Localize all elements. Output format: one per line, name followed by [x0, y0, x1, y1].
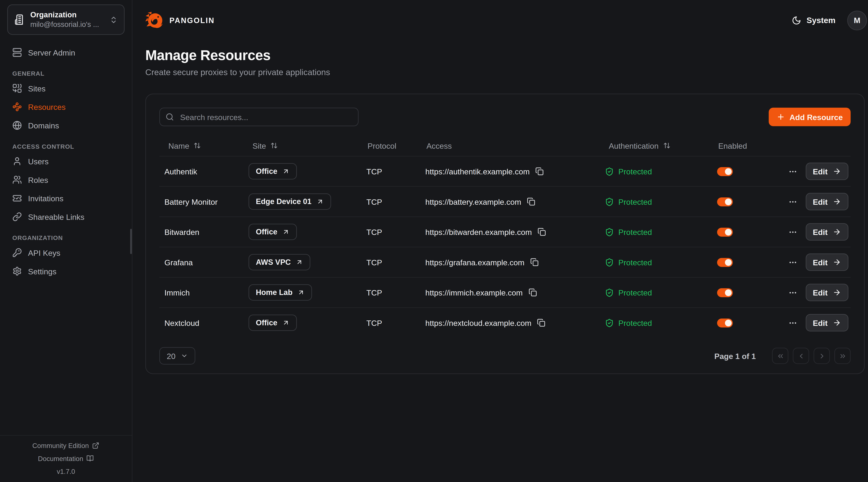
- sidebar-footer: Community Edition Documentation v1.7.0: [0, 435, 132, 482]
- site-link[interactable]: Office: [249, 315, 297, 331]
- sidebar-item-sites[interactable]: Sites: [7, 81, 125, 96]
- avatar[interactable]: M: [847, 10, 867, 30]
- auth-status: Protected: [600, 258, 712, 267]
- documentation-link[interactable]: Documentation: [38, 455, 94, 462]
- sidebar-item-roles[interactable]: Roles: [7, 172, 125, 187]
- site-link[interactable]: Home Lab: [249, 284, 312, 301]
- row-menu-button[interactable]: [788, 197, 797, 206]
- arrow-up-right-icon: [282, 168, 290, 175]
- resource-url: https://grafana.example.com: [425, 258, 524, 267]
- table-row: Immich Home Lab TCP https://immich.e: [159, 277, 850, 308]
- column-header-authentication[interactable]: Authentication: [600, 141, 712, 150]
- resources-table: Name Site Protocol Access Auth: [159, 135, 850, 338]
- arrow-up-right-icon: [282, 319, 290, 326]
- edit-button[interactable]: Edit: [806, 254, 848, 271]
- arrow-right-icon: [833, 288, 841, 296]
- chevron-down-icon: [181, 352, 188, 359]
- gear-icon: [12, 266, 22, 276]
- sidebar-item-shareable-links[interactable]: Shareable Links: [7, 209, 125, 224]
- sidebar-scrollbar-thumb[interactable]: [130, 229, 132, 254]
- section-label-access-control: ACCESS CONTROL: [7, 143, 125, 150]
- sidebar-item-settings[interactable]: Settings: [7, 263, 125, 279]
- copy-url-button[interactable]: [537, 319, 546, 327]
- theme-toggle-button[interactable]: System: [792, 15, 836, 25]
- enabled-toggle[interactable]: [717, 258, 733, 267]
- waypoints-icon: [12, 102, 22, 111]
- next-page-button[interactable]: [814, 348, 830, 364]
- org-selector[interactable]: Organization milo@fossorial.io's ...: [7, 4, 125, 35]
- column-header-name[interactable]: Name: [159, 141, 244, 150]
- resource-protocol: TCP: [361, 288, 420, 297]
- row-menu-button[interactable]: [788, 227, 797, 236]
- row-menu-button[interactable]: [788, 318, 797, 327]
- edit-button[interactable]: Edit: [806, 163, 848, 180]
- sidebar-item-resources[interactable]: Resources: [7, 99, 125, 114]
- enabled-toggle[interactable]: [717, 197, 733, 206]
- site-link[interactable]: AWS VPC: [249, 254, 310, 270]
- column-header-access: Access: [420, 141, 600, 150]
- chevrons-left-icon: [776, 352, 784, 360]
- edit-button[interactable]: Edit: [806, 223, 848, 240]
- resource-name: Battery Monitor: [159, 197, 244, 206]
- enabled-toggle[interactable]: [717, 288, 733, 297]
- building-icon: [14, 14, 25, 25]
- combine-icon: [12, 84, 22, 93]
- enabled-toggle[interactable]: [717, 318, 733, 327]
- resource-protocol: TCP: [361, 227, 420, 236]
- copy-url-button[interactable]: [528, 288, 536, 296]
- row-menu-button[interactable]: [788, 258, 797, 267]
- sidebar-item-invitations[interactable]: Invitations: [7, 191, 125, 206]
- table-row: Battery Monitor Edge Device 01 TCP h: [159, 186, 850, 217]
- page-size-select[interactable]: 20: [159, 347, 195, 364]
- auth-status: Protected: [600, 167, 712, 176]
- previous-page-button[interactable]: [793, 348, 809, 364]
- sidebar-item-label: Roles: [28, 175, 48, 184]
- site-link[interactable]: Edge Device 01: [249, 193, 331, 210]
- edit-button[interactable]: Edit: [806, 314, 848, 331]
- auth-status-label: Protected: [618, 227, 652, 236]
- topbar: PANGOLIN System M: [132, 0, 868, 40]
- site-link[interactable]: Office: [249, 224, 297, 240]
- arrow-right-icon: [833, 258, 841, 266]
- enabled-toggle[interactable]: [717, 167, 733, 176]
- site-link[interactable]: Office: [249, 163, 297, 180]
- shield-check-icon: [605, 318, 614, 327]
- resource-url: https://nextcloud.example.com: [425, 318, 531, 327]
- sort-icon: [663, 142, 671, 149]
- sidebar-item-domains[interactable]: Domains: [7, 118, 125, 133]
- edit-button[interactable]: Edit: [806, 193, 848, 210]
- enabled-toggle[interactable]: [717, 227, 733, 236]
- sidebar-item-server-admin[interactable]: Server Admin: [7, 45, 125, 60]
- copy-url-button[interactable]: [535, 167, 544, 175]
- shield-check-icon: [605, 167, 614, 176]
- community-edition-link[interactable]: Community Edition: [32, 442, 99, 449]
- sidebar-item-users[interactable]: Users: [7, 154, 125, 169]
- edit-button[interactable]: Edit: [806, 284, 848, 301]
- globe-icon: [12, 121, 22, 130]
- arrow-up-right-icon: [316, 198, 324, 205]
- chevrons-right-icon: [838, 352, 846, 360]
- copy-url-button[interactable]: [537, 228, 546, 236]
- resource-name: Nextcloud: [159, 318, 244, 327]
- sidebar-item-label: Invitations: [28, 194, 64, 203]
- last-page-button[interactable]: [834, 348, 850, 364]
- first-page-button[interactable]: [772, 348, 788, 364]
- page-title: Manage Resources: [145, 47, 867, 63]
- search-input[interactable]: [179, 112, 352, 122]
- copy-url-button[interactable]: [527, 197, 535, 206]
- table-footer: 20 Page 1 of 1: [159, 347, 850, 364]
- row-menu-button[interactable]: [788, 167, 797, 176]
- table-row: Nextcloud Office TCP https://nextclo: [159, 307, 850, 338]
- column-header-site[interactable]: Site: [244, 141, 362, 150]
- resource-protocol: TCP: [361, 197, 420, 206]
- sidebar-item-api-keys[interactable]: API Keys: [7, 245, 125, 260]
- users-icon: [12, 175, 22, 185]
- page-head: Manage Resources Create secure proxies t…: [132, 40, 868, 77]
- key-icon: [12, 248, 22, 257]
- brand-logo: PANGOLIN: [145, 10, 215, 30]
- add-resource-button[interactable]: Add Resource: [769, 108, 850, 126]
- row-menu-button[interactable]: [788, 288, 797, 297]
- copy-url-button[interactable]: [530, 258, 538, 266]
- arrow-right-icon: [833, 197, 841, 206]
- auth-status-label: Protected: [618, 288, 652, 297]
